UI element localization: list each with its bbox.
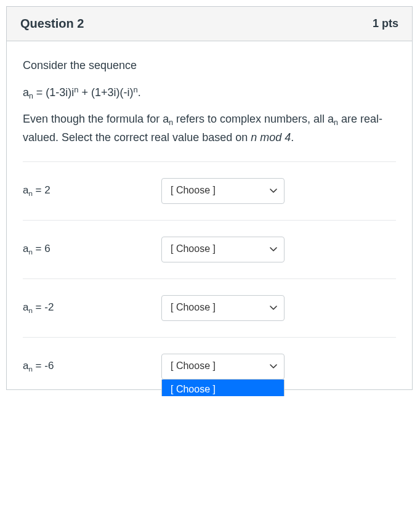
match-label-1: an = 6 <box>23 241 161 258</box>
question-card: Question 2 1 pts Consider the sequence a… <box>6 6 413 390</box>
question-title: Question 2 <box>20 17 84 31</box>
match-label-2: an = -2 <box>23 299 161 317</box>
question-prompt: Consider the sequence an = (1-3i)in + (1… <box>23 57 396 147</box>
match-row-0: an = 2 [ Choose ] <box>23 161 396 220</box>
dropdown-option-0[interactable]: [ Choose ] <box>162 380 284 396</box>
prompt-formula: an = (1-3i)in + (1+3i)(-i)n. <box>23 83 396 103</box>
match-select-1[interactable]: [ Choose ] <box>161 237 285 262</box>
question-points: 1 pts <box>373 17 398 30</box>
select-box-0[interactable]: [ Choose ] <box>161 178 285 204</box>
match-row-3: an = -6 [ Choose ] [ Choose ] if n mod 4… <box>23 337 396 383</box>
match-label-0: an = 2 <box>23 182 161 200</box>
match-row-2: an = -2 [ Choose ] <box>23 278 396 337</box>
match-select-3[interactable]: [ Choose ] [ Choose ] if n mod 4 = 2 if … <box>161 354 285 380</box>
prompt-explanation: Even though the formula for an refers to… <box>23 111 396 146</box>
select-box-1[interactable]: [ Choose ] <box>161 237 285 262</box>
match-select-0[interactable]: [ Choose ] <box>161 178 285 204</box>
select-box-2[interactable]: [ Choose ] <box>161 295 285 321</box>
prompt-line-1: Consider the sequence <box>23 57 396 75</box>
select-box-3[interactable]: [ Choose ] <box>161 354 285 380</box>
match-select-2[interactable]: [ Choose ] <box>161 295 285 321</box>
match-label-3: an = -6 <box>23 358 161 375</box>
match-row-1: an = 6 [ Choose ] <box>23 220 396 278</box>
question-header: Question 2 1 pts <box>7 7 412 41</box>
question-body: Consider the sequence an = (1-3i)in + (1… <box>7 41 412 389</box>
dropdown-menu: [ Choose ] if n mod 4 = 2 if n mod 4 = 3… <box>161 380 285 396</box>
